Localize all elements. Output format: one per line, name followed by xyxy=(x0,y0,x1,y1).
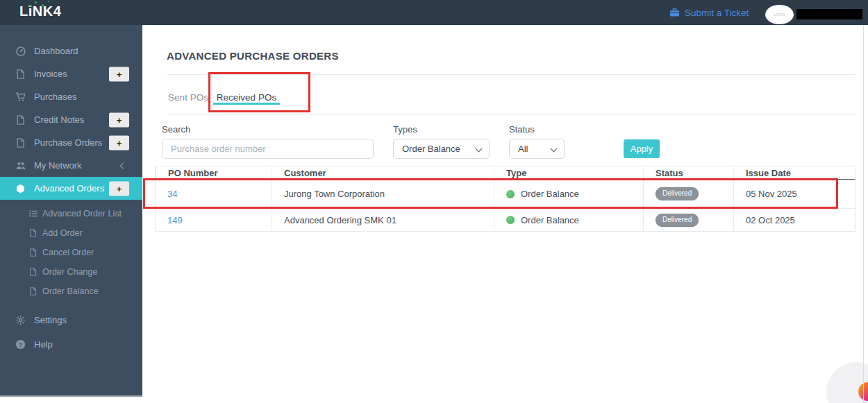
sidebar-subitem-order-balance[interactable]: Order Balance xyxy=(0,282,142,301)
submit-ticket-link[interactable]: Submit a Ticket xyxy=(669,0,749,25)
purchase-orders-table: PO Number Customer Type Status Issue Dat… xyxy=(155,166,856,232)
type-cell: Order Balance xyxy=(494,209,643,231)
username-redacted xyxy=(796,9,862,19)
sidebar-item-help[interactable]: ? Help xyxy=(0,332,142,357)
search-label: Search xyxy=(162,124,190,135)
sidebar-item-label: My Network xyxy=(34,160,82,171)
sidebar-item-settings[interactable]: Settings xyxy=(0,308,142,332)
customer-cell: Jurong Town Corporation xyxy=(272,180,494,208)
green-status-dot-icon xyxy=(506,190,515,198)
sidebar-item-label: Dashboard xyxy=(34,46,78,56)
po-number-link[interactable]: 149 xyxy=(167,215,183,225)
advanced-orders-add-button[interactable]: + xyxy=(109,181,129,196)
purchase-orders-add-button[interactable]: + xyxy=(109,135,129,150)
sidebar-subitem-advanced-order-list[interactable]: Advanced Order List xyxy=(0,204,142,223)
status-cell: Delivered xyxy=(643,209,733,231)
sidebar-subitem-order-change[interactable]: Order Change xyxy=(0,262,142,282)
sidebar-subitem-cancel-order[interactable]: Cancel Order xyxy=(0,243,142,262)
column-header-status: Status xyxy=(643,166,733,179)
gear-icon xyxy=(15,315,26,326)
po-number-link[interactable]: 34 xyxy=(167,189,177,199)
apply-button[interactable]: Apply xyxy=(624,139,660,158)
status-select[interactable]: All xyxy=(509,139,565,159)
sidebar-subitem-label: Advanced Order List xyxy=(42,209,122,218)
submit-ticket-label: Submit a Ticket xyxy=(685,8,749,18)
table-row[interactable]: 34 Jurong Town Corporation Order Balance… xyxy=(156,180,855,209)
tab-sent-pos[interactable]: Sent POs xyxy=(167,85,210,110)
sidebar-item-label: Help xyxy=(34,339,53,350)
sidebar-subitem-label: Order Change xyxy=(42,267,97,277)
status-label: Status xyxy=(509,124,535,135)
green-status-dot-icon xyxy=(506,216,515,224)
app-logo[interactable]: LiNK4 xyxy=(19,3,61,19)
dashboard-icon xyxy=(15,46,26,57)
status-badge: Delivered xyxy=(656,214,699,227)
file-icon xyxy=(28,286,38,296)
cart-icon xyxy=(15,92,26,103)
sidebar-item-dashboard[interactable]: Dashboard xyxy=(0,40,142,62)
status-cell: Delivered xyxy=(643,180,733,208)
sidebar-item-purchase-orders[interactable]: Purchase Orders + xyxy=(0,131,142,154)
table-row[interactable]: 149 Advanced Ordering SMK 01 Order Balan… xyxy=(156,209,855,231)
status-badge: Delivered xyxy=(656,187,699,200)
file-icon xyxy=(15,137,26,148)
table-header-row: PO Number Customer Type Status Issue Dat… xyxy=(156,166,855,180)
chevron-left-icon xyxy=(120,162,127,169)
topbar: LiNK4 Submit a Ticket LOGO xyxy=(0,0,868,25)
type-label: Order Balance xyxy=(521,189,579,199)
window-right-edge xyxy=(863,25,864,403)
sidebar-footer: Settings ? Help xyxy=(0,308,142,357)
briefcase-icon xyxy=(669,8,680,17)
sidebar-subitem-label: Add Order xyxy=(42,228,83,238)
sidebar-item-label: Purchases xyxy=(34,92,76,102)
status-selected-value: All xyxy=(518,144,528,154)
sidebar-item-label: Credit Notes xyxy=(34,114,84,125)
types-selected-value: Order Balance xyxy=(402,144,460,154)
tab-received-pos[interactable]: Received POs xyxy=(213,85,280,110)
sidebar-item-purchases[interactable]: Purchases xyxy=(0,85,142,108)
avatar-placeholder-text: LOGO xyxy=(774,12,785,17)
sidebar-subitem-label: Cancel Order xyxy=(42,248,94,257)
tab-label: Sent POs xyxy=(168,92,208,103)
list-icon xyxy=(28,209,38,218)
column-header-type: Type xyxy=(494,166,643,179)
column-header-issue-date: Issue Date xyxy=(733,166,856,179)
file-icon xyxy=(28,228,38,238)
customer-cell: Advanced Ordering SMK 01 xyxy=(272,209,494,231)
invoices-add-button[interactable]: + xyxy=(109,67,129,81)
sidebar-item-invoices[interactable]: Invoices + xyxy=(0,62,142,85)
sidebar: Dashboard Invoices + Purchases Credit No… xyxy=(0,25,142,397)
sidebar-item-my-network[interactable]: My Network xyxy=(0,154,142,177)
column-header-po-number: PO Number xyxy=(156,166,272,179)
sidebar-item-credit-notes[interactable]: Credit Notes + xyxy=(0,108,142,131)
file-icon xyxy=(28,248,38,257)
logo-network-dots-icon xyxy=(26,1,54,8)
chevron-down-icon xyxy=(551,146,558,153)
sidebar-item-advanced-orders[interactable]: Advanced Orders + xyxy=(0,177,142,200)
type-label: Order Balance xyxy=(521,215,579,225)
sidebar-item-label: Purchase Orders xyxy=(34,137,102,148)
active-tab-underline xyxy=(213,103,280,105)
hexagon-icon xyxy=(15,183,26,194)
help-icon: ? xyxy=(15,339,26,350)
sidebar-item-label: Invoices xyxy=(34,69,67,79)
column-header-customer: Customer xyxy=(272,166,494,179)
file-icon xyxy=(28,267,38,277)
advanced-orders-submenu: Advanced Order List Add Order Cancel Ord… xyxy=(0,200,142,301)
page-title: ADVANCED PURCHASE ORDERS xyxy=(167,50,339,62)
sidebar-subitem-add-order[interactable]: Add Order xyxy=(0,223,142,243)
credit-notes-add-button[interactable]: + xyxy=(109,112,129,127)
issue-date-cell: 05 Nov 2025 xyxy=(733,180,856,208)
types-select[interactable]: Order Balance xyxy=(393,139,490,159)
file-icon xyxy=(15,114,26,126)
svg-text:?: ? xyxy=(19,341,22,348)
type-cell: Order Balance xyxy=(494,180,643,208)
file-icon xyxy=(15,69,26,80)
search-input[interactable] xyxy=(162,139,374,159)
chevron-down-icon xyxy=(476,146,483,153)
app-window: LiNK4 Submit a Ticket LOGO Dashboard Inv… xyxy=(0,0,868,403)
sidebar-item-label: Settings xyxy=(34,315,67,325)
avatar[interactable]: LOGO xyxy=(765,5,794,24)
issue-date-cell: 02 Oct 2025 xyxy=(733,209,856,231)
types-label: Types xyxy=(393,124,417,135)
